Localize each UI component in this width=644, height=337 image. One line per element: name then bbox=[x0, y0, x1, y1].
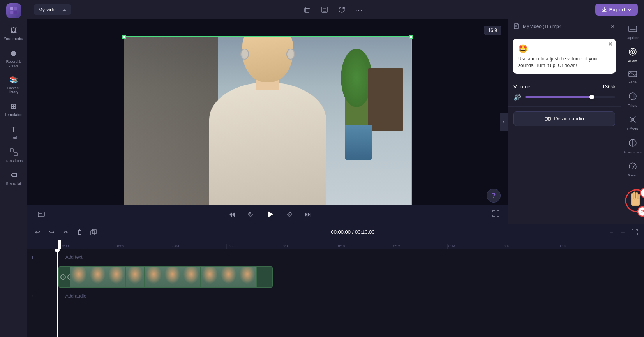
delete-button[interactable]: 🗑 bbox=[74, 227, 85, 238]
project-title-text: My video bbox=[38, 7, 58, 12]
sidebar-label-your-media: Your media bbox=[4, 37, 23, 41]
video-clip[interactable]: ⏸ ♪ bbox=[58, 266, 273, 288]
app-logo[interactable] bbox=[6, 3, 21, 18]
zoom-fit-button[interactable] bbox=[630, 228, 639, 237]
svg-rect-7 bbox=[305, 8, 309, 12]
sidebar-label-templates: Templates bbox=[5, 113, 23, 117]
topbar: My video ☁ ⋯ Export bbox=[27, 0, 644, 19]
sidebar-item-text[interactable]: T Text bbox=[1, 122, 26, 143]
sidebar-item-brand-kit[interactable]: 🏷 Brand kit bbox=[1, 168, 26, 189]
detach-audio-button[interactable]: Detach audio bbox=[513, 111, 615, 126]
skip-to-end-button[interactable]: ⏭ bbox=[302, 208, 314, 221]
clip-thumb-3 bbox=[107, 267, 126, 287]
captions-button[interactable] bbox=[35, 208, 48, 221]
svg-rect-47 bbox=[92, 229, 96, 234]
right-icons-panel: Captions Audio Fade Filters bbox=[621, 19, 644, 224]
text-track-row: T + Add text bbox=[27, 249, 644, 265]
sidebar-label-transitions: Transitions bbox=[4, 159, 23, 163]
audio-panel-label: Audio bbox=[628, 59, 637, 63]
svg-rect-2 bbox=[10, 11, 13, 14]
svg-point-29 bbox=[632, 51, 633, 53]
project-title[interactable]: My video ☁ bbox=[34, 4, 71, 15]
tooltip-emoji: 🤩 bbox=[518, 43, 610, 54]
aspect-ratio-badge[interactable]: 16:9 bbox=[484, 26, 501, 35]
effects-panel-label: Effects bbox=[627, 127, 638, 131]
resize-handle-tl[interactable] bbox=[122, 35, 126, 39]
speed-panel-icon bbox=[628, 162, 637, 172]
sidebar-label-record: Record &create bbox=[6, 60, 21, 67]
audio-panel-item[interactable]: Audio bbox=[622, 44, 644, 66]
ruler-mark-8: 0:16 bbox=[503, 244, 558, 249]
play-pause-button[interactable] bbox=[263, 207, 277, 221]
sidebar-item-transitions[interactable]: Transitions bbox=[1, 145, 26, 166]
svg-rect-10 bbox=[322, 7, 327, 12]
help-button[interactable]: ? bbox=[487, 189, 501, 203]
sidebar-label-text: Text bbox=[10, 136, 17, 140]
svg-line-6 bbox=[13, 152, 14, 153]
left-sidebar: 🖼 Your media ⏺ Record &create 📚 Contentl… bbox=[0, 0, 27, 337]
more-options-button[interactable]: ⋯ bbox=[353, 4, 365, 16]
zoom-in-button[interactable]: + bbox=[618, 228, 628, 237]
fullscreen-button[interactable] bbox=[492, 210, 500, 219]
clip-thumb-1 bbox=[70, 267, 88, 287]
main-area: My video ☁ ⋯ Export bbox=[27, 0, 644, 337]
ruler-mark-1: 0:02 bbox=[116, 244, 171, 249]
ruler-mark-6: 0:12 bbox=[392, 244, 447, 249]
rotate-tool-button[interactable] bbox=[335, 4, 348, 16]
captions-panel-item[interactable]: Captions bbox=[622, 23, 644, 43]
cursor-annotation: 1 2 bbox=[617, 185, 644, 224]
video-frame[interactable] bbox=[124, 36, 412, 208]
sidebar-item-your-media[interactable]: 🖼 Your media bbox=[1, 23, 26, 44]
fade-panel-item[interactable]: Fade bbox=[622, 68, 644, 87]
captions-panel-label: Captions bbox=[626, 36, 640, 40]
duplicate-button[interactable] bbox=[88, 227, 99, 238]
speed-panel-item[interactable]: Speed bbox=[622, 159, 644, 180]
text-track-label: T bbox=[27, 255, 58, 259]
clip-thumb-9 bbox=[219, 267, 238, 287]
templates-icon: ⊞ bbox=[9, 102, 18, 111]
panel-toggle-button[interactable]: › bbox=[500, 113, 508, 131]
video-track-content: ⏸ ♪ bbox=[58, 265, 644, 289]
audio-track-content: + Add audio bbox=[58, 289, 644, 303]
redo-button[interactable]: ↪ bbox=[46, 227, 57, 238]
middle-section: 16:9 › ? ˅ ⏮ 5 bbox=[27, 19, 644, 224]
clip-pause-icon[interactable]: ⏸ bbox=[60, 274, 66, 280]
undo-button[interactable]: ↩ bbox=[32, 227, 43, 238]
skip-to-start-button[interactable]: ⏮ bbox=[226, 208, 238, 221]
svg-line-35 bbox=[633, 166, 634, 169]
ruler-mark-4: 0:08 bbox=[282, 244, 337, 249]
timeline-playhead[interactable] bbox=[57, 249, 58, 337]
file-info-bar: My video (18).mp4 ✕ bbox=[508, 19, 621, 34]
adjust-colors-panel-item[interactable]: Adjust colors bbox=[622, 136, 644, 157]
fast-forward-button[interactable]: 5 bbox=[283, 208, 296, 221]
rewind-button[interactable]: 5 bbox=[244, 208, 257, 221]
sidebar-item-templates[interactable]: ⊞ Templates bbox=[1, 99, 26, 120]
crop-tool-button[interactable] bbox=[301, 4, 314, 16]
svg-rect-41 bbox=[638, 194, 640, 199]
svg-text:5: 5 bbox=[249, 213, 251, 215]
timeline-ruler: 0:00 0:02 0:04 0:06 0:08 0:10 0:12 0:14 … bbox=[27, 240, 644, 249]
filters-panel-item[interactable]: Filters bbox=[622, 89, 644, 111]
add-text-button[interactable]: + Add text bbox=[58, 253, 86, 261]
close-panel-button[interactable]: ✕ bbox=[610, 23, 615, 30]
tooltip-close-button[interactable]: ✕ bbox=[608, 41, 613, 47]
ruler-marks: 0:00 0:02 0:04 0:06 0:08 0:10 0:12 0:14 … bbox=[61, 244, 613, 249]
adjust-colors-label: Adjust colors bbox=[624, 150, 642, 154]
svg-rect-22 bbox=[548, 117, 550, 120]
brand-icon: 🏷 bbox=[9, 171, 18, 180]
volume-slider[interactable] bbox=[525, 96, 615, 98]
volume-thumb[interactable] bbox=[589, 95, 594, 99]
add-audio-button[interactable]: + Add audio bbox=[58, 292, 90, 300]
resize-handle-tr[interactable] bbox=[409, 35, 413, 39]
resize-tool-button[interactable] bbox=[318, 4, 331, 16]
cut-button[interactable]: ✂ bbox=[60, 227, 71, 238]
clip-thumb-5 bbox=[145, 267, 163, 287]
zoom-out-button[interactable]: − bbox=[607, 228, 616, 237]
playback-controls: ⏮ 5 5 ⏭ bbox=[226, 207, 314, 221]
export-button[interactable]: Export bbox=[595, 4, 638, 16]
sidebar-item-content-library[interactable]: 📚 Contentlibrary bbox=[1, 72, 26, 97]
detach-label: Detach audio bbox=[554, 116, 584, 122]
effects-panel-item[interactable]: Effects bbox=[622, 112, 644, 134]
sidebar-item-record[interactable]: ⏺ Record &create bbox=[1, 46, 26, 71]
clip-thumb-2 bbox=[88, 267, 107, 287]
